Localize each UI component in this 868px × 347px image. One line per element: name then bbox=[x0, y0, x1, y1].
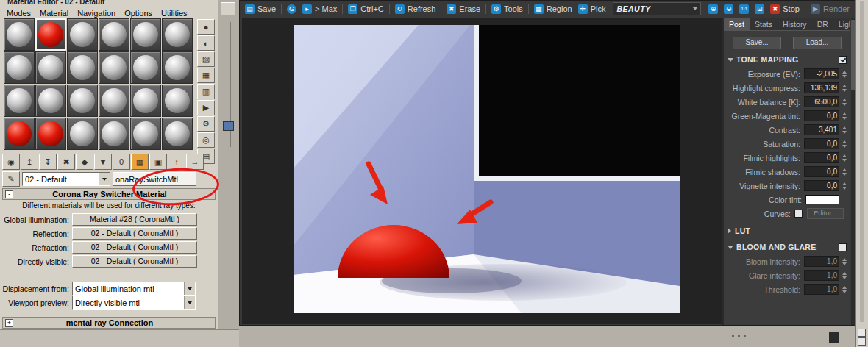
show-end-result-icon[interactable]: ▣ bbox=[149, 154, 167, 170]
copy-button[interactable]: ❐ Ctrl+C bbox=[346, 2, 385, 15]
menu-item[interactable]: Navigation bbox=[73, 9, 120, 18]
chevron-down-icon[interactable] bbox=[99, 173, 110, 185]
tab-dr[interactable]: DR bbox=[812, 18, 833, 30]
make-unique-icon[interactable]: ◆ bbox=[76, 154, 93, 170]
spinner[interactable] bbox=[841, 286, 847, 293]
tab-history[interactable]: History bbox=[778, 18, 812, 30]
spinner[interactable] bbox=[841, 99, 847, 106]
spinner[interactable] bbox=[841, 85, 847, 92]
zoom-out-button[interactable]: ⊖ bbox=[722, 2, 736, 15]
region-button[interactable]: ▦ Region bbox=[532, 2, 574, 15]
tab-post[interactable]: Post bbox=[724, 18, 750, 30]
show-map-in-viewport-icon[interactable]: ▦ bbox=[131, 154, 149, 170]
spinner[interactable] bbox=[841, 258, 847, 265]
material-slot[interactable] bbox=[35, 18, 66, 51]
param-value-field[interactable]: 0,0 bbox=[804, 110, 839, 121]
ray-material-slot-button[interactable]: 02 - Default ( CoronaMtl ) bbox=[72, 227, 197, 240]
lut-header[interactable]: LUT bbox=[728, 225, 847, 237]
bloom-glare-checkbox[interactable] bbox=[839, 243, 847, 251]
curves-checkbox[interactable] bbox=[794, 210, 803, 218]
material-slot[interactable] bbox=[162, 18, 193, 51]
tab-stats[interactable]: Stats bbox=[750, 18, 778, 30]
material-slot[interactable] bbox=[35, 51, 66, 84]
material-slot[interactable] bbox=[130, 51, 161, 84]
param-value-field[interactable]: 0,0 bbox=[804, 138, 839, 149]
color-tint-swatch[interactable] bbox=[805, 195, 839, 204]
sample-uv-tiling-icon[interactable]: ▦ bbox=[197, 68, 215, 83]
pick-button[interactable]: ✛ Pick bbox=[576, 2, 608, 15]
get-material-icon[interactable]: ◉ bbox=[2, 154, 20, 170]
spinner[interactable] bbox=[841, 112, 847, 120]
spinner[interactable] bbox=[841, 182, 847, 190]
preview-combo[interactable]: Directly visible mtl bbox=[72, 296, 196, 310]
param-value-field[interactable]: 0,0 bbox=[804, 152, 839, 163]
ray-material-slot-button[interactable]: 02 - Default ( CoronaMtl ) bbox=[72, 255, 197, 268]
material-editor-titlebar[interactable]: Material Editor - 02 - Default bbox=[0, 0, 218, 7]
background-icon[interactable]: ▨ bbox=[197, 51, 215, 67]
material-slot[interactable] bbox=[130, 85, 161, 117]
select-by-material-icon[interactable]: ◎ bbox=[197, 132, 215, 148]
to-max-button[interactable]: ▸ > Max bbox=[300, 2, 339, 15]
save-settings-button[interactable]: Save... bbox=[733, 37, 781, 49]
render-button[interactable]: ▶ Render bbox=[808, 2, 852, 15]
bloom-glare-header[interactable]: BLOOM AND GLARE bbox=[728, 241, 847, 253]
go-forward-icon[interactable]: → bbox=[186, 154, 204, 170]
panel-checkbox-fragment[interactable] bbox=[858, 337, 866, 346]
material-slot[interactable] bbox=[4, 85, 35, 117]
chevron-down-icon[interactable] bbox=[184, 282, 195, 295]
preview-combo[interactable]: Global illumination mtl bbox=[72, 282, 196, 296]
save-button[interactable]: ▤ Save bbox=[243, 2, 278, 15]
material-slot[interactable] bbox=[162, 85, 193, 117]
sample-type-sphere-icon[interactable]: ● bbox=[197, 19, 215, 35]
material-name-combo[interactable]: 02 - Default bbox=[22, 172, 110, 186]
material-slot[interactable] bbox=[67, 118, 98, 150]
collapse-icon[interactable]: - bbox=[5, 190, 13, 198]
rollout-mental-ray-connection[interactable]: + mental ray Connection bbox=[2, 317, 216, 329]
material-slot[interactable] bbox=[130, 118, 161, 150]
stop-button[interactable]: ✖ Stop bbox=[768, 2, 802, 15]
material-slot[interactable] bbox=[35, 118, 66, 150]
make-preview-icon[interactable]: ▶ bbox=[197, 100, 215, 115]
menu-item[interactable]: Material bbox=[35, 9, 73, 18]
menu-item[interactable]: Utilities bbox=[157, 9, 191, 18]
load-settings-button[interactable]: Load... bbox=[793, 37, 842, 49]
panel-scrollbar[interactable] bbox=[851, 18, 855, 325]
options-icon[interactable]: ⚙ bbox=[197, 116, 215, 132]
panel-checkbox-fragment[interactable] bbox=[858, 329, 866, 337]
curves-editor-button[interactable]: Editor... bbox=[807, 208, 844, 219]
ray-material-slot-button[interactable]: Material #28 ( CoronaMtl ) bbox=[72, 213, 197, 226]
param-value-field[interactable]: 0,0 bbox=[804, 180, 839, 191]
zoom-fit-button[interactable]: ⊡ bbox=[753, 2, 766, 15]
scrollbar-groove[interactable] bbox=[860, 1, 864, 322]
material-slot[interactable] bbox=[67, 18, 98, 51]
spinner[interactable] bbox=[841, 168, 847, 176]
reset-map-icon[interactable]: ✖ bbox=[57, 154, 75, 170]
render-element-combo[interactable]: BEAUTY bbox=[613, 2, 701, 15]
param-value-field[interactable]: 1,0 bbox=[804, 284, 839, 295]
expand-icon[interactable]: + bbox=[5, 319, 13, 327]
zoom-in-button[interactable]: ⊕ bbox=[706, 2, 720, 15]
material-slot[interactable] bbox=[35, 85, 66, 117]
tab-lightmix[interactable]: LightMix bbox=[833, 18, 850, 30]
zoom-actual-button[interactable]: 1:1 bbox=[737, 2, 751, 15]
spinner[interactable] bbox=[841, 272, 847, 279]
material-slot[interactable] bbox=[4, 51, 35, 84]
spinner[interactable] bbox=[841, 140, 847, 148]
material-slot[interactable] bbox=[130, 18, 161, 51]
material-slot[interactable] bbox=[99, 85, 129, 117]
material-type-button[interactable]: onaRaySwitchMtl bbox=[113, 172, 196, 186]
menu-item[interactable]: Modes bbox=[2, 9, 35, 18]
material-slot[interactable] bbox=[99, 18, 129, 51]
material-slot[interactable] bbox=[4, 18, 35, 51]
assign-to-selection-icon[interactable]: ↧ bbox=[39, 154, 57, 170]
material-slot[interactable] bbox=[4, 118, 35, 150]
tone-mapping-checkbox[interactable] bbox=[839, 56, 847, 64]
tone-mapping-header[interactable]: TONE MAPPING bbox=[728, 54, 847, 65]
go-to-parent-icon[interactable]: ↑ bbox=[168, 154, 185, 170]
param-value-field[interactable]: 1,0 bbox=[804, 270, 839, 281]
chevron-down-icon[interactable] bbox=[184, 296, 195, 309]
material-slot[interactable] bbox=[99, 118, 129, 150]
gamma-button[interactable]: G bbox=[285, 2, 299, 15]
spinner[interactable] bbox=[841, 126, 847, 134]
pick-material-eyedropper-icon[interactable]: ✎ bbox=[2, 171, 20, 187]
